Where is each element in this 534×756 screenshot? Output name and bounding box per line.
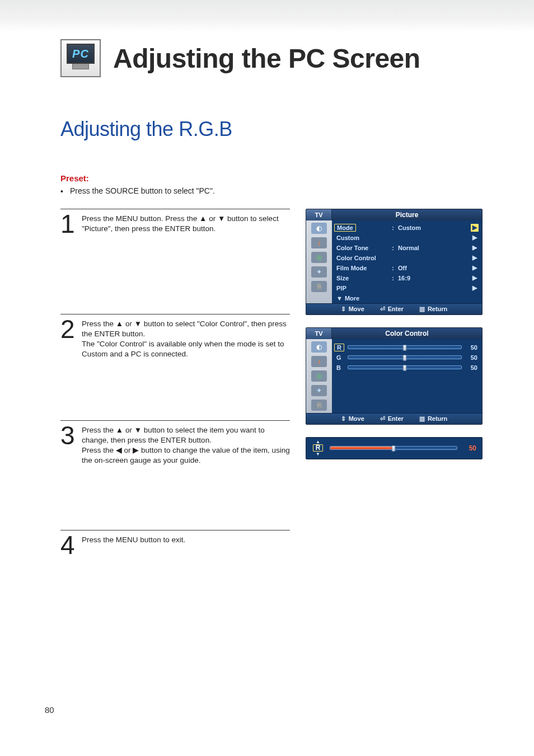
pc-badge: PC: [60, 39, 101, 77]
osd-row-more[interactable]: ▼ More: [332, 293, 482, 303]
step-2: 2 Press the ▲ or ▼ button to select "Col…: [60, 314, 290, 420]
bullet-dot: •: [60, 186, 63, 198]
step-3: 3 Press the ▲ or ▼ button to select the …: [60, 420, 290, 530]
step-4-number: 4: [60, 534, 76, 557]
osd-color-control-menu: TV Color Control ◐ ♪ ◎ ✦ ⎘ R: [306, 327, 483, 425]
footer-enter: Enter: [388, 415, 404, 422]
footer-return: Return: [428, 415, 447, 422]
value-b: 50: [462, 364, 477, 371]
cc-row-r[interactable]: R 50: [336, 342, 477, 353]
osd-color-rows: R 50 G 50: [332, 339, 482, 413]
arrow-right-icon: ▶: [471, 284, 479, 292]
osd-color-footer: ⇕Move ⏎Enter ▥Return: [306, 413, 482, 424]
osd-column: TV Picture ◐ ♪ ◎ ✦ ⎘ Mode :: [306, 209, 483, 459]
osd-color-title: Color Control: [332, 328, 482, 339]
footer-move: Move: [349, 306, 364, 312]
osd-row-size[interactable]: Size : 16:9 ▶: [332, 273, 482, 283]
osd-row-pip[interactable]: PIP ▶: [332, 283, 482, 293]
cc-row-g[interactable]: G 50: [336, 353, 477, 363]
osd-picture-menu: TV Picture ◐ ♪ ◎ ✦ ⎘ Mode :: [306, 209, 483, 315]
step-1: 1 Press the MENU button. Press the ▲ or …: [60, 209, 290, 314]
osd-sidebar: ◐ ♪ ◎ ✦ ⎘: [306, 339, 332, 413]
enter-icon: ⏎: [380, 306, 385, 313]
step-3-text: Press the ▲ or ▼ button to select the it…: [82, 424, 290, 530]
pc-badge-label: PC: [67, 44, 95, 64]
pc-badge-stand: [72, 64, 89, 69]
sidebar-setup-icon[interactable]: ✦: [311, 385, 327, 396]
osd-adjust-bar: ▲ R ▼ 50: [306, 437, 483, 459]
chevron-up-icon: ▲: [316, 440, 320, 444]
page-number: 80: [45, 705, 54, 715]
step-4: 4 Press the MENU button to exit.: [60, 530, 290, 557]
adjust-slider[interactable]: [330, 445, 457, 451]
chevron-down-icon: ▼: [336, 295, 343, 302]
sidebar-sound-icon[interactable]: ♪: [311, 237, 327, 248]
osd-row-color-tone[interactable]: Color Tone : Normal ▶: [332, 243, 482, 253]
footer-return: Return: [428, 306, 447, 312]
chevron-down-icon: ▼: [316, 452, 320, 456]
osd-row-custom[interactable]: Custom ▶: [332, 233, 482, 243]
enter-icon: ⏎: [380, 415, 385, 422]
adjust-channel-label: R: [313, 444, 324, 452]
page-header: PC Adjusting the PC Screen: [60, 39, 494, 77]
arrow-right-icon: ▶: [471, 254, 479, 262]
slider-g[interactable]: [348, 355, 462, 360]
page-title: Adjusting the PC Screen: [113, 43, 420, 74]
arrow-right-icon: ▶: [471, 264, 479, 272]
sidebar-input-icon[interactable]: ⎘: [311, 400, 327, 411]
sidebar-picture-icon[interactable]: ◐: [311, 341, 327, 353]
osd-tv-label: TV: [306, 328, 332, 339]
sidebar-sound-icon[interactable]: ♪: [311, 356, 327, 367]
value-g: 50: [462, 354, 477, 361]
step-2-text: Press the ▲ or ▼ button to select "Color…: [82, 318, 290, 420]
adjust-channel[interactable]: ▲ R ▼: [312, 440, 324, 456]
return-icon: ▥: [419, 306, 425, 313]
move-icon: ⇕: [341, 415, 346, 422]
arrow-right-icon: ▶: [471, 234, 479, 242]
osd-row-film-mode[interactable]: Film Mode : Off ▶: [332, 263, 482, 273]
preset-text: Press the SOURCE button to select "PC".: [70, 186, 215, 195]
osd-picture-rows: Mode : Custom ▶ Custom ▶ Color Ton: [332, 220, 482, 303]
adjust-value: 50: [463, 444, 476, 452]
footer-move: Move: [349, 415, 364, 422]
preset-bullet: • Press the SOURCE button to select "PC"…: [60, 186, 494, 198]
move-icon: ⇕: [341, 306, 346, 313]
sidebar-channel-icon[interactable]: ◎: [311, 370, 327, 382]
preset-heading: Preset:: [60, 173, 494, 183]
return-icon: ▥: [419, 415, 425, 422]
slider-b[interactable]: [348, 365, 462, 370]
section-title: Adjusting the R.G.B: [60, 118, 494, 141]
osd-picture-title: Picture: [332, 209, 482, 220]
sidebar-setup-icon[interactable]: ✦: [311, 266, 327, 278]
step-3-number: 3: [60, 424, 76, 530]
sidebar-picture-icon[interactable]: ◐: [311, 223, 327, 234]
manual-page: PC Adjusting the PC Screen Adjusting the…: [0, 0, 534, 557]
slider-r[interactable]: [348, 345, 462, 350]
footer-enter: Enter: [388, 306, 404, 312]
arrow-right-icon: ▶: [471, 224, 479, 232]
value-r: 50: [462, 344, 477, 351]
sidebar-input-icon[interactable]: ⎘: [311, 281, 327, 292]
sidebar-channel-icon[interactable]: ◎: [311, 252, 327, 263]
step-4-text: Press the MENU button to exit.: [82, 534, 290, 557]
osd-tv-label: TV: [306, 209, 332, 220]
osd-sidebar: ◐ ♪ ◎ ✦ ⎘: [306, 220, 332, 303]
osd-row-color-control[interactable]: Color Control ▶: [332, 253, 482, 263]
arrow-right-icon: ▶: [471, 274, 479, 282]
step-2-number: 2: [60, 318, 76, 420]
arrow-right-icon: ▶: [471, 244, 479, 252]
cc-row-b[interactable]: B 50: [336, 363, 477, 373]
osd-row-mode[interactable]: Mode : Custom ▶: [332, 223, 482, 233]
step-1-number: 1: [60, 213, 76, 314]
step-1-text: Press the MENU button. Press the ▲ or ▼ …: [82, 213, 290, 314]
steps-column: 1 Press the MENU button. Press the ▲ or …: [60, 209, 290, 557]
osd-picture-footer: ⇕Move ⏎Enter ▥Return: [306, 303, 482, 314]
